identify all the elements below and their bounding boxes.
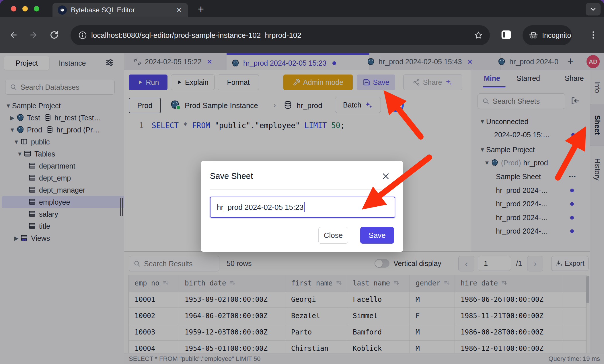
side-panel-icon[interactable]	[500, 30, 512, 40]
dialog-divider	[210, 189, 394, 190]
tab-search-button[interactable]	[586, 3, 601, 15]
sheet-name-input[interactable]: hr_prod 2024-02-05 15:23	[210, 197, 395, 218]
window-minimize-button[interactable]	[22, 6, 28, 11]
browser-chrome: Bytebase SQL Editor ✕ + localhost	[0, 0, 604, 53]
window-close-button[interactable]	[11, 6, 16, 11]
new-tab-button[interactable]: +	[198, 3, 204, 15]
bookmark-star-icon[interactable]	[474, 31, 483, 40]
browser-tab-strip: Bytebase SQL Editor ✕ +	[0, 0, 604, 17]
back-icon[interactable]	[9, 30, 18, 40]
screenshot-root: Bytebase SQL Editor ✕ + localhost	[0, 0, 604, 364]
incognito-icon	[528, 30, 539, 40]
dialog-close-button[interactable]: Close	[318, 227, 348, 244]
browser-toolbar: localhost:8080/sql-editor/prod-sample-in…	[0, 17, 604, 53]
tab-close-icon[interactable]: ✕	[176, 6, 182, 15]
incognito-label: Incognito	[542, 31, 571, 40]
url-text: localhost:8080/sql-editor/prod-sample-in…	[91, 31, 301, 40]
dialog-title: Save Sheet	[210, 171, 253, 181]
reload-icon[interactable]	[49, 30, 59, 40]
browser-menu-icon[interactable]	[589, 30, 598, 40]
forward-icon[interactable]	[29, 30, 38, 40]
site-info-icon[interactable]	[78, 31, 87, 40]
bytebase-favicon	[58, 5, 67, 15]
incognito-badge: Incognito	[523, 25, 572, 45]
dialog-close-icon[interactable]	[381, 172, 390, 181]
dialog-save-button[interactable]: Save	[360, 227, 394, 244]
browser-tab[interactable]: Bytebase SQL Editor ✕	[52, 3, 188, 17]
address-bar[interactable]: localhost:8080/sql-editor/prod-sample-in…	[71, 25, 490, 45]
text-caret	[304, 202, 305, 212]
browser-tab-title: Bytebase SQL Editor	[71, 6, 135, 14]
window-zoom-button[interactable]	[34, 6, 39, 11]
save-sheet-dialog: Save Sheet hr_prod 2024-02-05 15:23 Clos…	[201, 161, 403, 252]
